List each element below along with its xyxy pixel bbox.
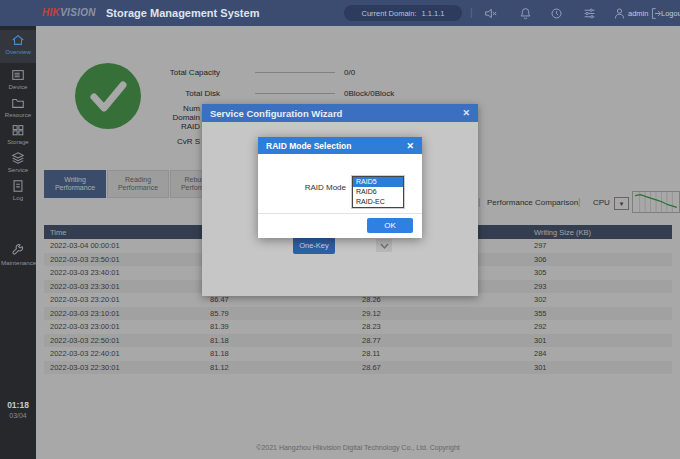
mute-icon[interactable] (484, 7, 497, 20)
device-icon (11, 68, 25, 82)
sidebar-item-label: Service (1, 166, 35, 173)
sidebar-item-label: Overview (1, 48, 35, 55)
bell-icon[interactable] (519, 7, 532, 20)
logo-hik: HIK (42, 7, 60, 18)
collapse-toggle[interactable] (376, 239, 392, 252)
current-domain-pill: Current Domain: 1.1.1.1 (344, 5, 462, 21)
wizard-title-bar: Service Configuration Wizard ✕ (202, 104, 478, 122)
raid-mode-selection-dialog: RAID Mode Selection ✕ RAID Mode RAID5 RA… (258, 137, 422, 238)
wizard-title: Service Configuration Wizard (210, 108, 342, 119)
sidebar-item-storage[interactable]: Storage (0, 123, 36, 145)
sidebar-item-log[interactable]: Log (0, 179, 36, 201)
domain-label: Current Domain: (362, 9, 417, 18)
user-icon[interactable] (613, 7, 626, 20)
logo-vision: VISION (60, 7, 96, 18)
sidebar-clock-date: 03/04 (0, 412, 36, 419)
layers-icon (11, 151, 25, 165)
sidebar-item-label: Storage (1, 138, 35, 145)
hikvision-logo: HIKVISION (42, 7, 96, 18)
sidebar-item-device[interactable]: Device (0, 68, 36, 90)
storage-management-screen: Total Capacity 0/0 Total Disk 0Block/0Bl… (0, 0, 680, 459)
sidebar-item-label: Maintenance (1, 259, 35, 266)
sidebar-clock-time: 01:18 (0, 400, 36, 410)
raid-option-raid6[interactable]: RAID6 (353, 187, 403, 197)
log-icon (11, 179, 25, 193)
domain-value: 1.1.1.1 (422, 9, 445, 18)
home-icon (11, 33, 25, 47)
username-label[interactable]: admin (628, 9, 648, 18)
sidebar-item-label: Resource (1, 111, 35, 118)
raid-dialog-title-bar: RAID Mode Selection ✕ (258, 137, 422, 154)
ok-button[interactable]: OK (367, 218, 413, 233)
raid-mode-listbox[interactable]: RAID5 RAID6 RAID-EC (352, 176, 404, 208)
sidebar-item-service[interactable]: Service (0, 151, 36, 173)
raid-option-raid-ec[interactable]: RAID-EC (353, 197, 403, 207)
folder-icon (11, 96, 25, 110)
filter-icon[interactable] (583, 7, 596, 20)
sidebar-item-overview[interactable]: Overview (0, 30, 36, 63)
left-sidebar-nav: Overview Device Resource Storage Service (0, 26, 36, 459)
storage-icon (11, 123, 25, 137)
sidebar-item-resource[interactable]: Resource (0, 96, 36, 118)
logout-label[interactable]: Logout (661, 9, 680, 18)
close-icon[interactable]: ✕ (406, 141, 414, 151)
app-title: Storage Management System (106, 7, 259, 19)
raid-dialog-title: RAID Mode Selection (266, 141, 351, 151)
sidebar-item-label: Device (1, 83, 35, 90)
chevron-down-icon (380, 243, 389, 249)
sidebar-item-maintenance[interactable]: Maintenance (0, 244, 36, 266)
separator: | (470, 7, 473, 18)
raid-option-raid5[interactable]: RAID5 (353, 177, 403, 187)
sidebar-item-label: Log (1, 194, 35, 201)
wrench-icon (11, 244, 25, 258)
dialog-footer-divider (258, 213, 422, 214)
close-icon[interactable]: ✕ (462, 108, 470, 118)
one-key-button[interactable]: One-Key (293, 237, 335, 254)
clock-icon[interactable] (550, 7, 563, 20)
raid-mode-field-label: RAID Mode (264, 183, 346, 192)
top-header-bar: HIKVISION Storage Management System Curr… (0, 0, 680, 26)
